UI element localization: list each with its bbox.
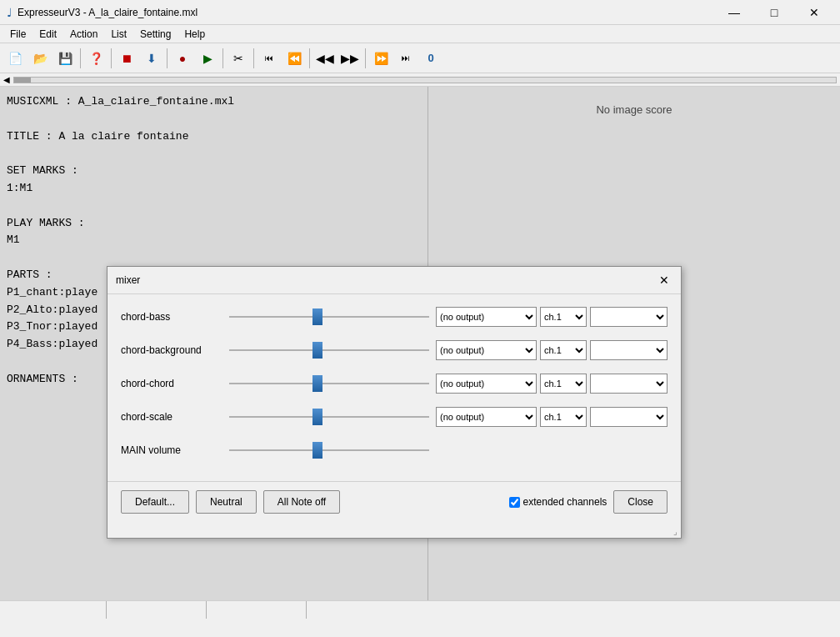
dialog-close-icon-button[interactable]: ✕ bbox=[656, 272, 672, 288]
toolbar-sep-2 bbox=[111, 48, 112, 68]
dialog-footer-left: Default... Neutral All Note off bbox=[121, 490, 340, 514]
mixer-slider-main-volume[interactable] bbox=[229, 442, 429, 459]
left-pane-line-10 bbox=[7, 249, 421, 267]
maximize-button[interactable]: □ bbox=[755, 0, 793, 25]
toolbar-sep-7 bbox=[365, 48, 366, 68]
mixer-ch-chord-chord[interactable]: ch.1 bbox=[540, 374, 587, 394]
left-pane-line-9: M1 bbox=[7, 232, 421, 249]
mixer-track-chord-bass bbox=[229, 316, 429, 318]
title-bar-controls: — □ ✕ bbox=[715, 0, 833, 25]
cut-button[interactable]: ✂ bbox=[227, 47, 250, 70]
left-pane-line-4 bbox=[7, 145, 421, 163]
menu-setting[interactable]: Setting bbox=[133, 27, 178, 42]
rec-button[interactable]: ● bbox=[171, 47, 194, 70]
close-button[interactable]: Close bbox=[613, 490, 668, 514]
next-button[interactable]: ⏩ bbox=[369, 47, 392, 70]
mixer-inst-chord-bass[interactable] bbox=[590, 307, 668, 327]
extended-channels-checkbox[interactable] bbox=[509, 497, 520, 508]
mixer-slider-chord-background[interactable] bbox=[229, 342, 429, 359]
mixer-thumb-main-volume[interactable] bbox=[312, 442, 322, 459]
neutral-button[interactable]: Neutral bbox=[196, 490, 257, 514]
mixer-track-chord-scale bbox=[229, 416, 429, 418]
rew-button[interactable]: ◀◀ bbox=[313, 47, 337, 70]
mixer-inst-chord-background[interactable] bbox=[590, 340, 668, 360]
stop-button[interactable]: ⏹ bbox=[115, 47, 138, 70]
app-icon: ♩ bbox=[7, 6, 12, 19]
toolbar-sep-5 bbox=[253, 48, 254, 68]
new-button[interactable]: 📄 bbox=[3, 47, 27, 70]
mixer-inst-chord-scale[interactable] bbox=[590, 407, 668, 427]
menu-action[interactable]: Action bbox=[63, 27, 104, 42]
extended-channels-label[interactable]: extended channels bbox=[509, 496, 608, 508]
mixer-slider-chord-bass[interactable] bbox=[229, 308, 429, 325]
minimize-button[interactable]: — bbox=[715, 0, 753, 25]
help-button[interactable]: ❓ bbox=[84, 47, 108, 70]
mixer-row-chord-chord: chord-chord (no output) ch.1 bbox=[121, 371, 668, 396]
mixer-output-chord-background[interactable]: (no output) bbox=[436, 340, 537, 360]
mixer-row-chord-scale: chord-scale (no output) ch.1 bbox=[121, 404, 668, 429]
title-bar-left: ♩ ExpresseurV3 - A_la_claire_fontaine.mx… bbox=[7, 6, 198, 19]
mixer-row-main-volume: MAIN volume bbox=[121, 438, 668, 463]
menu-file[interactable]: File bbox=[3, 27, 32, 42]
toolbar-sep-1 bbox=[80, 48, 81, 68]
menu-list[interactable]: List bbox=[104, 27, 133, 42]
mixer-track-chord-chord bbox=[229, 383, 429, 384]
mixer-output-chord-bass[interactable]: (no output) bbox=[436, 307, 537, 327]
window-close-button[interactable]: ✕ bbox=[795, 0, 833, 25]
no-image-text: No image score bbox=[596, 103, 672, 116]
mixer-thumb-chord-bass[interactable] bbox=[312, 308, 322, 325]
toolbar-sep-3 bbox=[167, 48, 168, 68]
title-bar-text: ExpresseurV3 - A_la_claire_fontaine.mxl bbox=[18, 7, 198, 18]
mixer-label-chord-bass: chord-bass bbox=[121, 311, 229, 323]
fwd-button[interactable]: ▶▶ bbox=[338, 47, 362, 70]
open-button[interactable]: 📂 bbox=[28, 47, 52, 70]
left-pane-line-5: SET MARKS : bbox=[7, 163, 421, 180]
mixer-row-chord-background: chord-background (no output) ch.1 bbox=[121, 338, 668, 363]
mixer-ch-chord-scale[interactable]: ch.1 bbox=[540, 407, 587, 427]
prev-prev-button[interactable]: ⏮ bbox=[258, 47, 281, 70]
mixer-slider-chord-scale[interactable] bbox=[229, 409, 429, 425]
scrollbar-top: ◀ bbox=[0, 73, 840, 87]
mixer-label-chord-background: chord-background bbox=[121, 344, 229, 356]
mixer-thumb-chord-scale[interactable] bbox=[312, 409, 322, 425]
mixer-label-chord-scale: chord-scale bbox=[121, 411, 229, 423]
prev-button[interactable]: ⏪ bbox=[282, 47, 306, 70]
next-next-button[interactable]: ⏭ bbox=[394, 47, 418, 70]
mixer-output-chord-scale[interactable]: (no output) bbox=[436, 407, 537, 427]
left-pane-line-2 bbox=[7, 111, 421, 128]
mixer-dialog: mixer ✕ chord-bass (no output) ch.1 ch.2… bbox=[107, 266, 682, 539]
menu-edit[interactable]: Edit bbox=[32, 27, 63, 42]
toolbar: 📄 📂 💾 ❓ ⏹ ⬇ ● ▶ ✂ ⏮ ⏪ ◀◀ ▶▶ ⏩ ⏭ 0 bbox=[0, 43, 840, 73]
down-button[interactable]: ⬇ bbox=[140, 47, 163, 70]
toolbar-sep-4 bbox=[222, 48, 223, 68]
dialog-title: mixer bbox=[116, 274, 140, 286]
resize-handle[interactable]: ⌟ bbox=[108, 525, 681, 538]
menu-help[interactable]: Help bbox=[178, 27, 212, 42]
mixer-thumb-chord-chord[interactable] bbox=[312, 375, 322, 392]
default-button[interactable]: Default... bbox=[121, 490, 189, 514]
menu-bar: File Edit Action List Setting Help bbox=[0, 25, 840, 43]
zero-button[interactable]: 0 bbox=[419, 47, 442, 70]
mixer-thumb-chord-background[interactable] bbox=[312, 342, 322, 359]
mixer-ch-chord-bass[interactable]: ch.1 ch.2ch.3ch.4 bbox=[540, 307, 587, 327]
mixer-inst-chord-chord[interactable] bbox=[590, 374, 668, 394]
status-segment-3 bbox=[207, 601, 307, 619]
mixer-track-chord-background bbox=[229, 349, 429, 351]
mixer-ch-chord-background[interactable]: ch.1 bbox=[540, 340, 587, 360]
main-layout: MUSICXML : A_la_claire_fontaine.mxl TITL… bbox=[0, 87, 840, 619]
toolbar-sep-6 bbox=[309, 48, 310, 68]
status-segment-2 bbox=[107, 601, 207, 619]
play2-button[interactable]: ▶ bbox=[196, 47, 219, 70]
mixer-output-chord-chord[interactable]: (no output) bbox=[436, 374, 537, 394]
extended-channels-text: extended channels bbox=[523, 496, 608, 508]
mixer-slider-chord-chord[interactable] bbox=[229, 375, 429, 392]
all-note-off-button[interactable]: All Note off bbox=[263, 490, 340, 514]
mixer-label-chord-chord: chord-chord bbox=[121, 378, 229, 389]
scroll-track[interactable] bbox=[13, 77, 837, 83]
mixer-label-main-volume: MAIN volume bbox=[121, 444, 229, 456]
left-pane-line-8: PLAY MARKS : bbox=[7, 215, 421, 233]
left-pane-line-6: 1:M1 bbox=[7, 180, 421, 198]
save-button[interactable]: 💾 bbox=[53, 47, 77, 70]
scroll-left-arrow[interactable]: ◀ bbox=[3, 75, 10, 84]
dialog-footer: Default... Neutral All Note off extended… bbox=[108, 481, 681, 525]
